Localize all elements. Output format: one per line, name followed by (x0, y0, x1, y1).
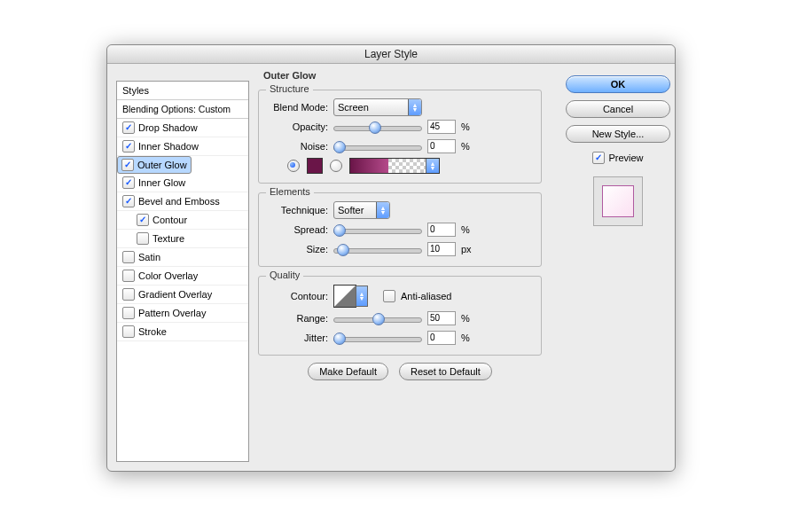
quality-title: Quality (266, 270, 303, 280)
sidebar-item-inner-shadow[interactable]: Inner Shadow (117, 137, 248, 156)
elements-group: Elements Technique: Softer ▲▼ Spread: 0 … (258, 192, 542, 267)
opacity-slider[interactable] (333, 121, 422, 133)
preview-box (593, 176, 643, 226)
sidebar-item-label: Texture (153, 230, 184, 247)
sidebar-item-inner-glow[interactable]: Inner Glow (117, 174, 248, 192)
preview-checkbox[interactable] (592, 152, 605, 164)
sidebar-item-label: Gradient Overlay (138, 286, 212, 303)
sidebar-item-stroke[interactable]: Stroke (117, 323, 248, 341)
noise-slider[interactable] (333, 140, 422, 153)
noise-label: Noise: (266, 141, 328, 152)
blend-mode-value: Screen (338, 102, 369, 113)
percent-unit: % (461, 224, 473, 235)
title-bar: Layer Style (107, 45, 675, 64)
sidebar-item-texture[interactable]: Texture (117, 230, 248, 248)
noise-field[interactable]: 0 (427, 139, 456, 153)
sidebar-checkbox[interactable] (122, 325, 135, 338)
percent-unit: % (461, 121, 473, 132)
sidebar-item-satin[interactable]: Satin (117, 248, 248, 267)
sidebar-checkbox[interactable] (122, 195, 135, 207)
sidebar-checkbox[interactable] (122, 140, 135, 153)
opacity-label: Opacity: (266, 121, 328, 132)
contour-picker[interactable]: ▲▼ (333, 285, 356, 308)
percent-unit: % (461, 332, 473, 343)
structure-title: Structure (266, 83, 313, 94)
blend-mode-select[interactable]: Screen ▲▼ (333, 98, 422, 116)
size-label: Size: (266, 244, 328, 254)
preview-label: Preview (608, 153, 643, 163)
sidebar-item-label: Contour (153, 211, 187, 229)
sidebar-checkbox[interactable] (122, 307, 135, 319)
make-default-button[interactable]: Make Default (308, 363, 388, 380)
sidebar-item-contour[interactable]: Contour (117, 211, 248, 230)
range-field[interactable]: 50 (427, 311, 456, 325)
sidebar-item-pattern-overlay[interactable]: Pattern Overlay (117, 304, 248, 323)
chevron-updown-icon: ▲▼ (356, 286, 368, 307)
sidebar-checkbox[interactable] (137, 214, 149, 226)
color-swatch[interactable] (307, 158, 323, 174)
layer-style-dialog: Layer Style Styles Blending Options: Cus… (106, 44, 676, 472)
reset-default-button[interactable]: Reset to Default (399, 363, 492, 380)
cancel-button[interactable]: Cancel (566, 100, 670, 118)
sidebar-checkbox[interactable] (137, 232, 149, 245)
chevron-updown-icon: ▲▼ (426, 159, 439, 173)
opacity-field[interactable]: 45 (427, 120, 456, 134)
sidebar-checkbox[interactable] (121, 159, 134, 171)
sidebar-item-label: Pattern Overlay (138, 304, 206, 322)
sidebar-item-outer-glow[interactable]: Outer Glow (117, 156, 192, 174)
spread-label: Spread: (266, 224, 328, 235)
sidebar-item-color-overlay[interactable]: Color Overlay (117, 267, 248, 286)
sidebar-item-label: Inner Glow (138, 174, 185, 192)
percent-unit: % (461, 141, 473, 152)
sidebar-checkbox[interactable] (122, 270, 135, 282)
sidebar-checkbox[interactable] (122, 288, 135, 301)
technique-label: Technique: (266, 205, 328, 215)
styles-sidebar: Styles Blending Options: Custom Drop Sha… (116, 81, 249, 462)
sidebar-item-bevel-and-emboss[interactable]: Bevel and Emboss (117, 192, 248, 211)
range-slider[interactable] (333, 312, 422, 325)
sidebar-header[interactable]: Styles (117, 82, 248, 100)
new-style-button[interactable]: New Style... (566, 125, 670, 143)
sidebar-subheader[interactable]: Blending Options: Custom (117, 100, 248, 119)
right-column: OK Cancel New Style... Preview (570, 75, 666, 226)
sidebar-item-label: Drop Shadow (138, 119, 198, 137)
sidebar-checkbox[interactable] (122, 176, 135, 189)
gradient-radio[interactable] (330, 160, 342, 172)
sidebar-item-label: Color Overlay (138, 267, 198, 285)
options-panel: Outer Glow Structure Blend Mode: Screen … (258, 70, 542, 462)
sidebar-item-label: Bevel and Emboss (138, 192, 220, 210)
window-title: Layer Style (364, 48, 418, 60)
spread-slider[interactable] (333, 223, 422, 236)
technique-select[interactable]: Softer ▲▼ (333, 201, 390, 219)
elements-title: Elements (266, 186, 314, 197)
sidebar-item-label: Satin (138, 248, 160, 266)
range-label: Range: (266, 313, 328, 324)
gradient-picker[interactable]: ▲▼ (349, 158, 440, 174)
percent-unit: % (461, 313, 473, 324)
color-radio[interactable] (287, 160, 300, 172)
jitter-field[interactable]: 0 (427, 331, 456, 345)
sidebar-checkbox[interactable] (122, 121, 135, 134)
px-unit: px (461, 244, 473, 254)
technique-value: Softer (338, 205, 364, 215)
jitter-slider[interactable] (333, 332, 422, 344)
sidebar-item-label: Inner Shadow (138, 137, 199, 155)
contour-label: Contour: (266, 291, 328, 301)
jitter-label: Jitter: (266, 332, 328, 343)
chevron-updown-icon: ▲▼ (408, 99, 421, 115)
antialiased-label: Anti-aliased (401, 291, 451, 301)
quality-group: Quality Contour: ▲▼ Anti-aliased Range: … (258, 276, 542, 356)
spread-field[interactable]: 0 (427, 223, 456, 237)
antialiased-checkbox[interactable] (383, 290, 395, 302)
chevron-updown-icon: ▲▼ (376, 202, 389, 218)
size-field[interactable]: 10 (427, 242, 456, 256)
ok-button[interactable]: OK (566, 75, 670, 93)
preview-swatch (602, 185, 634, 217)
sidebar-checkbox[interactable] (122, 251, 135, 263)
sidebar-item-label: Stroke (138, 323, 167, 340)
sidebar-item-drop-shadow[interactable]: Drop Shadow (117, 119, 248, 137)
panel-title: Outer Glow (263, 70, 316, 81)
sidebar-item-gradient-overlay[interactable]: Gradient Overlay (117, 286, 248, 304)
size-slider[interactable] (333, 243, 422, 255)
blend-mode-label: Blend Mode: (266, 102, 328, 113)
